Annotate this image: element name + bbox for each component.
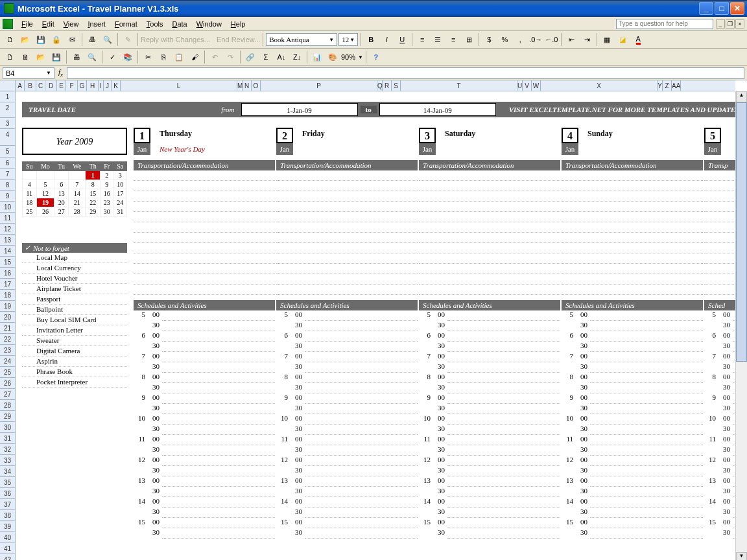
ntf-item[interactable]: Invitation Letter — [22, 325, 127, 336]
new-from-template-button[interactable]: 🗎 — [18, 50, 32, 64]
minical-day[interactable]: 27 — [54, 207, 69, 216]
minical-day[interactable]: 1 — [86, 171, 101, 180]
day-number[interactable]: 4 — [562, 128, 578, 143]
schedule-row[interactable]: 1400 — [562, 497, 703, 508]
minical-day[interactable]: 8 — [86, 180, 101, 189]
schedule-row[interactable]: 900 — [704, 393, 735, 404]
ntf-item[interactable]: Digital Camera — [22, 346, 127, 356]
schedule-row[interactable]: 600 — [562, 331, 703, 342]
col-header-H[interactable]: H — [87, 80, 99, 91]
menu-window[interactable]: Window — [192, 19, 226, 29]
new-workbook-button[interactable]: 🗋 — [3, 32, 17, 47]
schedule-row[interactable]: 30 — [276, 487, 418, 497]
schedule-row[interactable]: 30 — [419, 487, 560, 497]
save-button-2[interactable]: 💾 — [49, 50, 64, 64]
ntf-item[interactable]: Passport — [22, 294, 127, 305]
row-header-8[interactable]: 8 — [0, 180, 15, 191]
align-left-button[interactable]: ≡ — [415, 32, 429, 47]
schedule-row[interactable]: 1400 — [276, 497, 418, 508]
row-header-22[interactable]: 22 — [0, 334, 15, 345]
schedule-row[interactable]: 1000 — [276, 414, 418, 425]
schedule-row[interactable]: 1300 — [419, 476, 560, 487]
schedule-row[interactable]: 500 — [134, 310, 275, 321]
comma-button[interactable]: , — [513, 32, 527, 47]
schedule-row[interactable]: 30 — [419, 342, 560, 352]
minical-day[interactable]: 25 — [23, 207, 37, 216]
row-header-24[interactable]: 24 — [0, 356, 15, 367]
row-header-26[interactable]: 26 — [0, 378, 15, 389]
schedule-row[interactable]: 1500 — [704, 518, 735, 528]
formula-bar[interactable] — [67, 67, 744, 79]
transport-lines[interactable] — [276, 170, 418, 295]
row-header-20[interactable]: 20 — [0, 312, 15, 323]
row-header-3[interactable]: 3 — [0, 118, 15, 129]
col-header-AA[interactable]: AA — [672, 80, 681, 91]
minical-day[interactable]: 28 — [69, 207, 86, 216]
open-button[interactable]: 📂 — [18, 32, 32, 47]
minical-day[interactable]: 3 — [113, 171, 127, 180]
workbook-icon[interactable] — [3, 19, 13, 29]
from-date-cell[interactable]: 1-Jan-09 — [241, 103, 358, 116]
schedule-row[interactable]: 30 — [419, 425, 560, 435]
schedule-row[interactable]: 800 — [562, 373, 703, 383]
window-maximize-button[interactable]: □ — [715, 2, 729, 15]
print-button[interactable]: 🖶 — [85, 32, 99, 47]
col-header-M[interactable]: M — [237, 80, 243, 91]
end-review-button[interactable]: End Review... — [217, 36, 260, 43]
ntf-item[interactable]: Airplane Ticket — [22, 284, 127, 294]
minical-day[interactable]: 21 — [69, 198, 86, 207]
menu-insert[interactable]: Insert — [83, 19, 110, 29]
sort-asc-button[interactable]: A↓ — [274, 50, 289, 64]
schedule-row[interactable]: 800 — [134, 373, 275, 383]
schedule-row[interactable]: 600 — [419, 331, 560, 342]
undo-button[interactable]: ↶ — [208, 50, 222, 64]
row-header-7[interactable]: 7 — [0, 169, 15, 180]
minical-day[interactable]: 14 — [69, 189, 86, 198]
schedule-row[interactable]: 30 — [276, 321, 418, 331]
schedule-row[interactable]: 1400 — [704, 497, 735, 508]
minical-day[interactable] — [36, 171, 54, 180]
schedule-row[interactable]: 1400 — [134, 497, 275, 508]
schedule-row[interactable]: 30 — [562, 445, 703, 456]
col-header-O[interactable]: O — [252, 80, 261, 91]
row-header-12[interactable]: 12 — [0, 224, 15, 235]
schedule-row[interactable]: 1200 — [419, 456, 560, 466]
schedule-row[interactable]: 1100 — [704, 435, 735, 445]
help-search-input[interactable] — [616, 19, 713, 29]
font-size-combo[interactable]: 12▼ — [338, 33, 358, 46]
row-header-39[interactable]: 39 — [0, 521, 15, 532]
day-number[interactable]: 1 — [134, 128, 150, 143]
schedule-row[interactable]: 1300 — [134, 476, 275, 487]
schedule-row[interactable]: 30 — [134, 362, 275, 373]
minical-day[interactable]: 11 — [23, 189, 37, 198]
row-header-31[interactable]: 31 — [0, 433, 15, 444]
schedule-row[interactable]: 30 — [134, 466, 275, 476]
col-header-R[interactable]: R — [383, 80, 392, 91]
row-header-27[interactable]: 27 — [0, 389, 15, 400]
transport-lines[interactable] — [562, 170, 703, 295]
schedule-row[interactable]: 30 — [704, 404, 735, 414]
minical-day[interactable]: 13 — [54, 189, 69, 198]
row-header-10[interactable]: 10 — [0, 202, 15, 213]
menu-view[interactable]: View — [59, 19, 84, 29]
open-button-2[interactable]: 📂 — [34, 50, 48, 64]
row-header-28[interactable]: 28 — [0, 400, 15, 411]
schedule-row[interactable]: 30 — [562, 342, 703, 352]
row-header-18[interactable]: 18 — [0, 290, 15, 301]
schedule-row[interactable]: 700 — [419, 352, 560, 362]
schedule-row[interactable]: 30 — [562, 362, 703, 373]
font-name-combo[interactable]: Book Antiqua▼ — [266, 33, 337, 46]
minical-day[interactable]: 17 — [113, 189, 127, 198]
schedule-row[interactable]: 30 — [419, 321, 560, 331]
schedule-row[interactable]: 1000 — [134, 414, 275, 425]
ntf-item[interactable]: Sweater — [22, 336, 127, 346]
col-header-N[interactable]: N — [243, 80, 252, 91]
name-box[interactable]: B4▼ — [3, 67, 54, 79]
col-header-F[interactable]: F — [66, 80, 78, 91]
col-header-P[interactable]: P — [261, 80, 377, 91]
paste-button[interactable]: 📋 — [172, 50, 186, 64]
schedule-row[interactable]: 500 — [562, 310, 703, 321]
col-header-T[interactable]: T — [401, 80, 517, 91]
save-button[interactable]: 💾 — [34, 32, 48, 47]
col-header-I[interactable]: I — [99, 80, 104, 91]
